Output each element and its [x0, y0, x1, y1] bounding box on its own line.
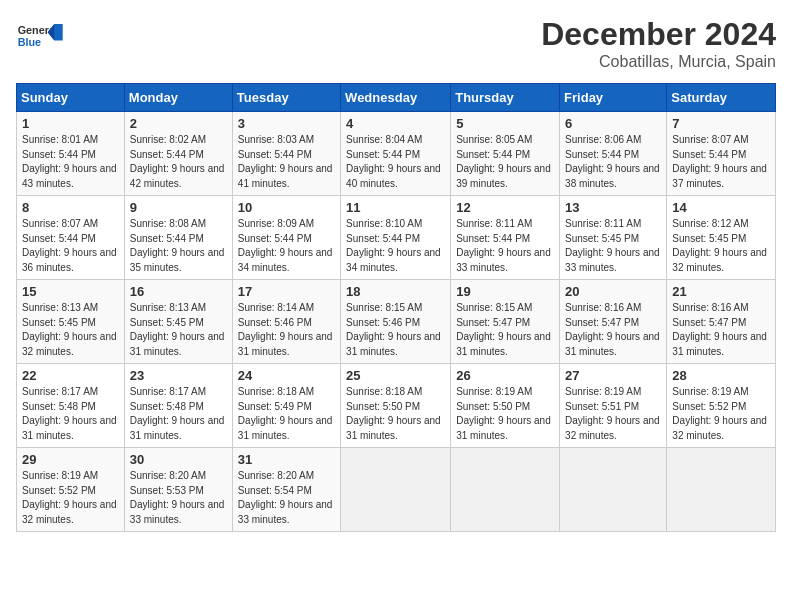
- day-number: 1: [22, 116, 119, 131]
- calendar-cell: 12Sunrise: 8:11 AMSunset: 5:44 PMDayligh…: [451, 196, 560, 280]
- calendar-week-4: 22Sunrise: 8:17 AMSunset: 5:48 PMDayligh…: [17, 364, 776, 448]
- calendar-cell: 11Sunrise: 8:10 AMSunset: 5:44 PMDayligh…: [341, 196, 451, 280]
- calendar-cell: 16Sunrise: 8:13 AMSunset: 5:45 PMDayligh…: [124, 280, 232, 364]
- calendar-body: 1Sunrise: 8:01 AMSunset: 5:44 PMDaylight…: [17, 112, 776, 532]
- calendar-cell: [341, 448, 451, 532]
- day-number: 13: [565, 200, 661, 215]
- day-info: Sunrise: 8:07 AMSunset: 5:44 PMDaylight:…: [22, 217, 119, 275]
- day-number: 3: [238, 116, 335, 131]
- day-info: Sunrise: 8:19 AMSunset: 5:52 PMDaylight:…: [672, 385, 770, 443]
- day-number: 19: [456, 284, 554, 299]
- day-info: Sunrise: 8:11 AMSunset: 5:45 PMDaylight:…: [565, 217, 661, 275]
- calendar-cell: 14Sunrise: 8:12 AMSunset: 5:45 PMDayligh…: [667, 196, 776, 280]
- day-number: 2: [130, 116, 227, 131]
- day-info: Sunrise: 8:19 AMSunset: 5:52 PMDaylight:…: [22, 469, 119, 527]
- day-info: Sunrise: 8:01 AMSunset: 5:44 PMDaylight:…: [22, 133, 119, 191]
- day-info: Sunrise: 8:20 AMSunset: 5:54 PMDaylight:…: [238, 469, 335, 527]
- day-info: Sunrise: 8:13 AMSunset: 5:45 PMDaylight:…: [130, 301, 227, 359]
- calendar-cell: 13Sunrise: 8:11 AMSunset: 5:45 PMDayligh…: [560, 196, 667, 280]
- day-info: Sunrise: 8:14 AMSunset: 5:46 PMDaylight:…: [238, 301, 335, 359]
- page-header: General Blue December 2024 Cobatillas, M…: [16, 16, 776, 71]
- page-subtitle: Cobatillas, Murcia, Spain: [541, 53, 776, 71]
- day-info: Sunrise: 8:19 AMSunset: 5:50 PMDaylight:…: [456, 385, 554, 443]
- day-number: 14: [672, 200, 770, 215]
- day-number: 22: [22, 368, 119, 383]
- day-info: Sunrise: 8:09 AMSunset: 5:44 PMDaylight:…: [238, 217, 335, 275]
- day-number: 31: [238, 452, 335, 467]
- weekday-header-saturday: Saturday: [667, 84, 776, 112]
- calendar-cell: 1Sunrise: 8:01 AMSunset: 5:44 PMDaylight…: [17, 112, 125, 196]
- day-number: 4: [346, 116, 445, 131]
- day-number: 28: [672, 368, 770, 383]
- calendar-cell: 15Sunrise: 8:13 AMSunset: 5:45 PMDayligh…: [17, 280, 125, 364]
- weekday-header-friday: Friday: [560, 84, 667, 112]
- calendar-cell: 29Sunrise: 8:19 AMSunset: 5:52 PMDayligh…: [17, 448, 125, 532]
- day-info: Sunrise: 8:11 AMSunset: 5:44 PMDaylight:…: [456, 217, 554, 275]
- calendar-cell: [560, 448, 667, 532]
- day-number: 15: [22, 284, 119, 299]
- calendar-cell: 31Sunrise: 8:20 AMSunset: 5:54 PMDayligh…: [232, 448, 340, 532]
- calendar-cell: 25Sunrise: 8:18 AMSunset: 5:50 PMDayligh…: [341, 364, 451, 448]
- day-info: Sunrise: 8:13 AMSunset: 5:45 PMDaylight:…: [22, 301, 119, 359]
- day-info: Sunrise: 8:04 AMSunset: 5:44 PMDaylight:…: [346, 133, 445, 191]
- day-number: 21: [672, 284, 770, 299]
- weekday-header-wednesday: Wednesday: [341, 84, 451, 112]
- day-info: Sunrise: 8:15 AMSunset: 5:47 PMDaylight:…: [456, 301, 554, 359]
- calendar-table: SundayMondayTuesdayWednesdayThursdayFrid…: [16, 83, 776, 532]
- day-number: 12: [456, 200, 554, 215]
- logo: General Blue: [16, 16, 66, 56]
- calendar-cell: 21Sunrise: 8:16 AMSunset: 5:47 PMDayligh…: [667, 280, 776, 364]
- svg-text:Blue: Blue: [18, 36, 41, 48]
- day-info: Sunrise: 8:06 AMSunset: 5:44 PMDaylight:…: [565, 133, 661, 191]
- day-number: 17: [238, 284, 335, 299]
- calendar-cell: 7Sunrise: 8:07 AMSunset: 5:44 PMDaylight…: [667, 112, 776, 196]
- day-number: 26: [456, 368, 554, 383]
- calendar-week-2: 8Sunrise: 8:07 AMSunset: 5:44 PMDaylight…: [17, 196, 776, 280]
- calendar-cell: 9Sunrise: 8:08 AMSunset: 5:44 PMDaylight…: [124, 196, 232, 280]
- weekday-header-monday: Monday: [124, 84, 232, 112]
- calendar-cell: 3Sunrise: 8:03 AMSunset: 5:44 PMDaylight…: [232, 112, 340, 196]
- calendar-week-3: 15Sunrise: 8:13 AMSunset: 5:45 PMDayligh…: [17, 280, 776, 364]
- day-info: Sunrise: 8:17 AMSunset: 5:48 PMDaylight:…: [22, 385, 119, 443]
- calendar-cell: 23Sunrise: 8:17 AMSunset: 5:48 PMDayligh…: [124, 364, 232, 448]
- title-block: December 2024 Cobatillas, Murcia, Spain: [541, 16, 776, 71]
- day-number: 6: [565, 116, 661, 131]
- calendar-cell: 20Sunrise: 8:16 AMSunset: 5:47 PMDayligh…: [560, 280, 667, 364]
- day-number: 5: [456, 116, 554, 131]
- day-number: 8: [22, 200, 119, 215]
- day-info: Sunrise: 8:17 AMSunset: 5:48 PMDaylight:…: [130, 385, 227, 443]
- calendar-week-1: 1Sunrise: 8:01 AMSunset: 5:44 PMDaylight…: [17, 112, 776, 196]
- day-info: Sunrise: 8:05 AMSunset: 5:44 PMDaylight:…: [456, 133, 554, 191]
- day-info: Sunrise: 8:07 AMSunset: 5:44 PMDaylight:…: [672, 133, 770, 191]
- calendar-cell: 6Sunrise: 8:06 AMSunset: 5:44 PMDaylight…: [560, 112, 667, 196]
- day-info: Sunrise: 8:20 AMSunset: 5:53 PMDaylight:…: [130, 469, 227, 527]
- day-number: 30: [130, 452, 227, 467]
- day-number: 29: [22, 452, 119, 467]
- day-number: 9: [130, 200, 227, 215]
- day-info: Sunrise: 8:02 AMSunset: 5:44 PMDaylight:…: [130, 133, 227, 191]
- weekday-header-thursday: Thursday: [451, 84, 560, 112]
- calendar-week-5: 29Sunrise: 8:19 AMSunset: 5:52 PMDayligh…: [17, 448, 776, 532]
- calendar-cell: 22Sunrise: 8:17 AMSunset: 5:48 PMDayligh…: [17, 364, 125, 448]
- day-number: 25: [346, 368, 445, 383]
- day-number: 20: [565, 284, 661, 299]
- logo-icon: General Blue: [16, 16, 66, 56]
- day-info: Sunrise: 8:08 AMSunset: 5:44 PMDaylight:…: [130, 217, 227, 275]
- weekday-header-sunday: Sunday: [17, 84, 125, 112]
- day-info: Sunrise: 8:15 AMSunset: 5:46 PMDaylight:…: [346, 301, 445, 359]
- calendar-cell: 19Sunrise: 8:15 AMSunset: 5:47 PMDayligh…: [451, 280, 560, 364]
- calendar-cell: 2Sunrise: 8:02 AMSunset: 5:44 PMDaylight…: [124, 112, 232, 196]
- calendar-cell: [451, 448, 560, 532]
- calendar-cell: 10Sunrise: 8:09 AMSunset: 5:44 PMDayligh…: [232, 196, 340, 280]
- day-number: 27: [565, 368, 661, 383]
- calendar-header-row: SundayMondayTuesdayWednesdayThursdayFrid…: [17, 84, 776, 112]
- calendar-cell: 18Sunrise: 8:15 AMSunset: 5:46 PMDayligh…: [341, 280, 451, 364]
- calendar-cell: 24Sunrise: 8:18 AMSunset: 5:49 PMDayligh…: [232, 364, 340, 448]
- calendar-cell: 28Sunrise: 8:19 AMSunset: 5:52 PMDayligh…: [667, 364, 776, 448]
- calendar-cell: 17Sunrise: 8:14 AMSunset: 5:46 PMDayligh…: [232, 280, 340, 364]
- day-info: Sunrise: 8:16 AMSunset: 5:47 PMDaylight:…: [565, 301, 661, 359]
- day-number: 23: [130, 368, 227, 383]
- day-number: 10: [238, 200, 335, 215]
- calendar-cell: 27Sunrise: 8:19 AMSunset: 5:51 PMDayligh…: [560, 364, 667, 448]
- day-info: Sunrise: 8:18 AMSunset: 5:50 PMDaylight:…: [346, 385, 445, 443]
